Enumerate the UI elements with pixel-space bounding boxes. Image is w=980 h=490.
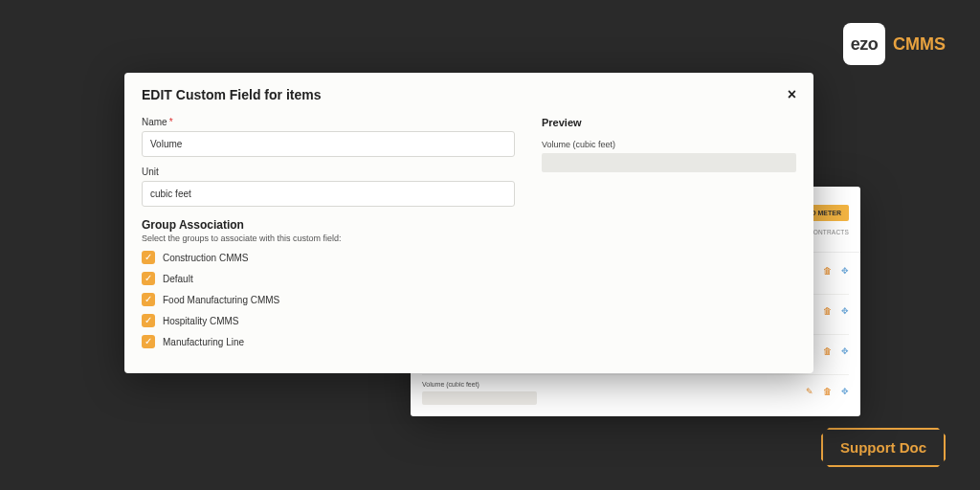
drag-icon[interactable]: ✥ [841, 266, 849, 276]
group-row: ✓Manufacturing Line [142, 335, 515, 348]
delete-icon[interactable]: 🗑 [823, 306, 832, 316]
group-label: Default [163, 274, 193, 284]
drag-icon[interactable]: ✥ [841, 306, 849, 316]
preview-field-label: Volume (cubic feet) [542, 140, 796, 149]
brand-logo: ezo [843, 23, 885, 65]
unit-label: Unit [142, 167, 515, 177]
delete-icon[interactable]: 🗑 [823, 266, 832, 276]
modal-title: EDIT Custom Field for items [142, 87, 321, 102]
brand-name: CMMS [893, 34, 946, 55]
list-item-label: Volume (cubic feet) [422, 381, 849, 388]
group-row: ✓Default [142, 272, 515, 285]
group-label: Food Manufacturing CMMS [163, 295, 279, 305]
delete-icon[interactable]: 🗑 [823, 346, 832, 356]
checkbox[interactable]: ✓ [142, 293, 155, 306]
group-row: ✓Construction CMMS [142, 251, 515, 264]
list-item: Volume (cubic feet)✎🗑✥ [422, 381, 849, 405]
group-label: Manufacturing Line [163, 337, 244, 347]
group-association-title: Group Association [142, 218, 515, 232]
group-label: Hospitality CMMS [163, 316, 238, 326]
drag-icon[interactable]: ✥ [841, 346, 849, 356]
row-actions: ✎🗑✥ [806, 387, 849, 396]
preview-title: Preview [542, 117, 796, 128]
group-label: Construction CMMS [163, 253, 248, 263]
group-row: ✓Food Manufacturing CMMS [142, 293, 515, 306]
group-association-sub: Select the groups to associate with this… [142, 234, 515, 243]
drag-icon[interactable]: ✥ [841, 387, 849, 396]
group-row: ✓Hospitality CMMS [142, 314, 515, 327]
list-item-field[interactable] [422, 391, 537, 405]
close-icon[interactable]: × [788, 86, 796, 103]
checkbox[interactable]: ✓ [142, 335, 155, 348]
checkbox[interactable]: ✓ [142, 314, 155, 327]
checkbox[interactable]: ✓ [142, 272, 155, 285]
support-doc-button[interactable]: Support Doc [821, 428, 946, 467]
brand: ezo CMMS [843, 23, 946, 65]
unit-input[interactable] [142, 181, 515, 207]
edit-icon[interactable]: ✎ [806, 387, 813, 396]
delete-icon[interactable]: 🗑 [823, 387, 832, 396]
preview-field [542, 153, 796, 172]
edit-custom-field-modal: EDIT Custom Field for items × Name* Unit… [124, 73, 813, 373]
name-input[interactable] [142, 131, 515, 157]
checkbox[interactable]: ✓ [142, 251, 155, 264]
name-label: Name* [142, 117, 515, 127]
tab-contracts[interactable]: CONTRACTS [809, 229, 849, 246]
